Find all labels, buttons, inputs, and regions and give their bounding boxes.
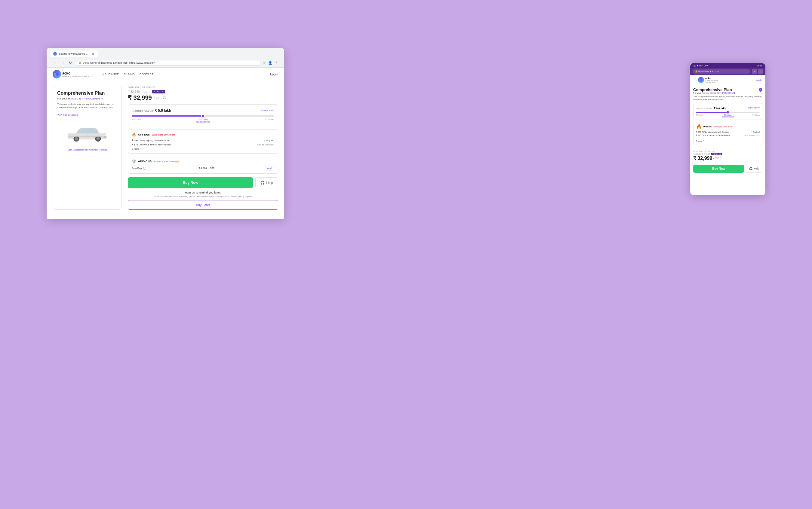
- browser-tabs: Buy/Renew Insurance Policy ... ✕ +: [50, 50, 281, 57]
- mobile-plan-desc: This plan protects your car against most…: [693, 95, 762, 101]
- new-tab-button[interactable]: +: [99, 52, 105, 56]
- view-coverage-link[interactable]: View Full Coverage: [57, 113, 78, 116]
- mobile-nav: ☰ acko GENERAL INSURANCEIRDAI Regn. No. …: [690, 75, 766, 85]
- nav-claims[interactable]: CLAIMS: [124, 73, 135, 76]
- battery-status: 28%: [704, 65, 708, 67]
- mobile-url-box[interactable]: 🔒 https://www.acko.com: [693, 69, 750, 74]
- mobile-offer1: ₹ 250 Off by signing in with Amazon: [696, 131, 729, 133]
- reload-button[interactable]: ↻: [68, 60, 73, 66]
- slider-min: ₹ 5.2 lakh: [132, 118, 141, 123]
- mobile-slider-thumb[interactable]: [727, 111, 729, 113]
- site-nav: acko GENERAL INSURANCE IRDAI Regn. No. 1…: [46, 68, 284, 81]
- slider-labels: ₹ 5.2 lakh ₹ 5.6 lakh RECOMMENDED ₹ 6.0 …: [132, 118, 274, 123]
- mobile-action-row: Buy Now 🎧 Help: [690, 163, 766, 175]
- addon-info-icon[interactable]: i: [143, 167, 146, 170]
- active-tab[interactable]: Buy/Renew Insurance Policy ... ✕: [50, 50, 98, 57]
- plan-subtitle: For your Honda City - PB02CB9191 ✎: [57, 97, 117, 100]
- edit-vehicle-icon[interactable]: ✎: [101, 97, 103, 100]
- addon-add-button[interactable]: Add: [264, 166, 274, 170]
- whats-this-link[interactable]: What's this?: [261, 109, 274, 112]
- offers-title: OFFERS: [138, 133, 150, 136]
- browser-window: Buy/Renew Insurance Policy ... ✕ + ← → ↻…: [46, 48, 284, 219]
- help-button[interactable]: 🎧 Help: [255, 177, 278, 188]
- svg-rect-10: [68, 136, 103, 137]
- offer1-text: ₹ 250 Off by signing in with Amazon: [132, 139, 170, 142]
- nav-insurance[interactable]: INSURANCE: [102, 73, 119, 76]
- browser-actions: ☆ 👤 ⋮: [262, 60, 279, 66]
- mobile-buy-now-button[interactable]: Buy Now: [693, 165, 744, 173]
- mobile-lock-icon: 🔒: [695, 70, 698, 72]
- menu-button[interactable]: ⋮: [274, 60, 279, 66]
- enhance-text: Enhance your coverage: [154, 160, 179, 163]
- mobile-plan-section: Comprehensive Plan i For your For your H…: [690, 85, 766, 149]
- mobile-view: 📷 ▮ WiFi 28% 16:58 🔒 https://www.acko.co…: [690, 63, 766, 195]
- mobile-content: ☰ acko GENERAL INSURANCEIRDAI Regn. No. …: [690, 75, 766, 192]
- mobile-whats-this[interactable]: What's this?: [748, 107, 760, 109]
- mobile-price-section: OUR KILLER PRICE ₹ 32,749 + GST ₹ 250/- …: [690, 149, 766, 163]
- profile-button[interactable]: 👤: [268, 60, 273, 66]
- instagram-icon: 📷: [693, 64, 696, 67]
- mobile-menu-button[interactable]: ⋮: [758, 69, 763, 74]
- bookmark-button[interactable]: ☆: [262, 60, 267, 66]
- mobile-logo-sub: GENERAL INSURANCEIRDAI Regn. No. 157: [705, 80, 718, 83]
- insured-slider[interactable]: [132, 115, 274, 116]
- svg-text:ALTO: ALTO: [74, 140, 78, 141]
- car-image: ALTO: [57, 119, 117, 146]
- mobile-slider-labels: ₹5.2 lakh ₹5.6 lakh RECOMMENDED ₹6.0 lak…: [696, 114, 760, 118]
- nav-contact[interactable]: CONTACT: [139, 73, 153, 76]
- mobile-offer2: ₹ 175 Off if your turn on Auto-Renew: [696, 134, 730, 137]
- mobile-offers-label: OFFERS: [703, 126, 712, 128]
- mobile-original-price: ₹ 32,749: [693, 152, 703, 155]
- easy-cancel-text: Easy Cancellation and Automatic Refunds: [57, 149, 117, 151]
- plan-card: Comprehensive Plan For your Honda City -…: [53, 86, 122, 210]
- nav-login-button[interactable]: Login: [270, 73, 278, 76]
- nav-links: INSURANCE CLAIMS CONTACT: [102, 73, 270, 76]
- buy-later-button[interactable]: Buy Later: [128, 200, 278, 210]
- hamburger-icon[interactable]: ☰: [693, 78, 696, 82]
- mobile-more-offers[interactable]: 3 more ˅: [696, 140, 704, 142]
- save-text: Save upto 20% more: [152, 133, 175, 136]
- mobile-offer1-status: ✓ Applied: [750, 131, 760, 133]
- mobile-status-bar: 📷 ▮ WiFi 28% 16:58: [690, 63, 766, 68]
- mobile-discount-badge: ₹ 250/- Off: [711, 152, 722, 155]
- back-button[interactable]: ←: [52, 60, 58, 66]
- reminder-title: Want us to remind you later?: [128, 191, 278, 194]
- mobile-plan-info-icon[interactable]: i: [759, 88, 762, 92]
- reminder-desc: Don't miss out on these amazing prices, …: [128, 195, 278, 198]
- price-info-icon[interactable]: i: [163, 96, 166, 99]
- right-panel: OUR KILLER PRICE ₹ 32,749 + GST ₹ 250/- …: [128, 86, 278, 210]
- logo-name: acko: [62, 71, 93, 75]
- more-offers-button[interactable]: 3 more ˅: [132, 147, 274, 150]
- mobile-slider-fill: [696, 112, 728, 113]
- killer-price-label: OUR KILLER PRICE: [128, 86, 278, 89]
- mobile-plan-title: Comprehensive Plan: [693, 88, 732, 92]
- address-bar[interactable]: 🔒 Acko General Insurance Limited [IN] | …: [75, 60, 260, 66]
- shield-icon: 🛡️: [132, 159, 136, 164]
- action-buttons: Buy Now 🎧 Help: [128, 177, 278, 188]
- insured-value-section: INSURED VALUE ₹ 5.6 lakh What's this? ₹ …: [128, 104, 278, 126]
- buy-now-button[interactable]: Buy Now: [128, 177, 253, 188]
- svg-point-7: [96, 137, 99, 140]
- mobile-tabs-button[interactable]: ☰: [752, 69, 757, 74]
- mobile-login-button[interactable]: Login: [756, 79, 762, 81]
- insured-label: INSURED VALUE: [132, 110, 153, 112]
- svg-point-14: [700, 79, 702, 81]
- lock-icon: 🔒: [78, 61, 82, 64]
- vehicle-link[interactable]: Honda City - PB02CB9191: [68, 97, 100, 100]
- logo-subtext: GENERAL INSURANCE IRDAI Regn. No. 157: [62, 75, 93, 77]
- plan-title: Comprehensive Plan: [57, 91, 117, 96]
- slider-thumb[interactable]: [201, 114, 205, 118]
- mobile-headphone-icon: 🎧: [749, 167, 752, 170]
- slider-fill: [132, 115, 203, 116]
- mobile-plan-subtitle: For your For your Honda City - PB02CB919…: [693, 92, 762, 94]
- tab-close-button[interactable]: ✕: [92, 52, 94, 56]
- mobile-vehicle-link[interactable]: For your Honda City - PB02CB9191: [701, 92, 735, 94]
- fire-icon: 🔥: [132, 133, 136, 137]
- forward-button[interactable]: →: [60, 60, 66, 66]
- svg-point-1: [56, 73, 59, 76]
- original-price: ₹ 32,749: [128, 90, 139, 94]
- mobile-help-button[interactable]: 🎧 Help: [746, 165, 762, 173]
- reminder-section: Want us to remind you later? Don't miss …: [128, 191, 278, 210]
- addons-section: 🛡️ ADD-ONS Enhance your coverage Zero De…: [128, 156, 278, 174]
- mobile-insured-label: INSURED VALUE: [696, 108, 712, 110]
